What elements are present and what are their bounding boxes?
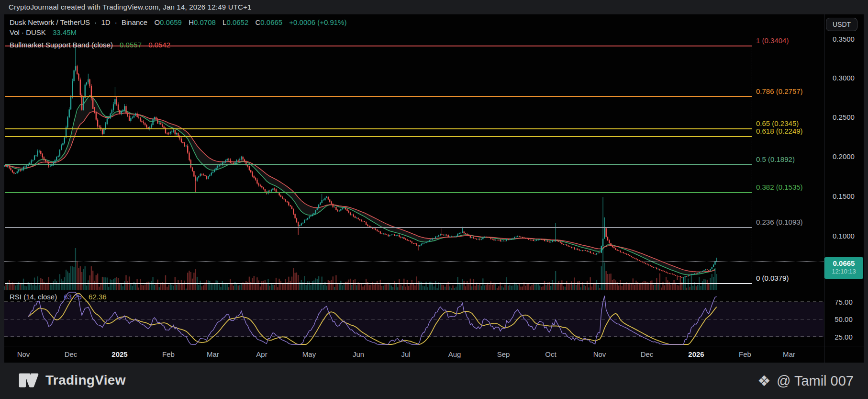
time-axis-border [4, 346, 864, 346]
time-axis-month-label: Dec [65, 349, 78, 360]
tradingview-wordmark: TradingView [45, 373, 126, 388]
price-axis-border [824, 14, 824, 363]
time-axis-month-label: Sep [497, 349, 510, 360]
legend-symbol-row[interactable]: Dusk Network / TetherUS · 1D · Binance O… [10, 17, 346, 27]
ohlc-close-label: C [255, 18, 260, 26]
bull-band [4, 95, 716, 275]
ohlc-high-label: H [189, 18, 194, 26]
fib-level-label: 0.618 (0.2249) [756, 127, 803, 135]
fib-level-label: 0.786 (0.2757) [756, 87, 803, 95]
rsi-value: 63.25 [64, 293, 82, 301]
author-credit-text: @ Tamil 007 [777, 373, 854, 389]
fib-level-line [5, 227, 752, 228]
author-credit: ❖ @ Tamil 007 [757, 372, 854, 390]
fib-level-label: 0.65 (0.2345) [756, 119, 799, 127]
tradingview-logo: TradingView [18, 371, 126, 390]
rsi-indicator-label[interactable]: RSI (14, close) [10, 293, 57, 301]
time-axis-month-label: Mar [207, 349, 219, 360]
currency-toggle-button[interactable]: USDT [826, 18, 857, 31]
time-axis-month-label: Feb [739, 349, 751, 360]
price-axis-label: 0.1000 [824, 232, 863, 240]
current-price-line [4, 261, 824, 262]
fib-level-label: 1 (0.3404) [756, 36, 789, 45]
time-axis-month-label: Aug [448, 349, 461, 360]
time-axis-month-label: Mar [783, 349, 795, 360]
volume-value: 33.45M [53, 28, 77, 36]
time-axis-year-label: 2025 [111, 349, 127, 360]
exchange-label: Binance [122, 18, 147, 26]
pane-divider[interactable] [4, 291, 864, 291]
fib-level-line [5, 128, 752, 129]
rsi-ma-value: 62.36 [89, 293, 107, 301]
fib-right-edge-dashed-line [752, 46, 752, 284]
ohlc-open-label: O [154, 18, 160, 26]
binance-diamond-icon: ❖ [757, 372, 771, 390]
rsi-pane-canvas[interactable] [4, 291, 824, 346]
tradingview-logo-icon [18, 371, 39, 390]
interval-label[interactable]: 1D [101, 18, 110, 26]
time-axis-month-label: Jun [353, 349, 364, 360]
chart-panel[interactable]: Dusk Network / TetherUS · 1D · Binance O… [4, 14, 864, 363]
volume-label: Vol · DUSK [10, 28, 46, 36]
price-axis-label: 25.00 [824, 333, 863, 341]
time-axis-year-label: 2026 [688, 349, 704, 360]
time-axis-month-label: May [302, 349, 316, 360]
fib-level-line [5, 164, 752, 165]
time-axis-month-label: Jul [401, 349, 410, 360]
legend-volume-row[interactable]: Vol · DUSK 33.45M [10, 27, 346, 37]
price-axis-label: 0.2000 [824, 152, 863, 160]
time-axis-month-label: Feb [162, 349, 175, 360]
band-indicator-label[interactable]: Bullmarket Support Band (close) [10, 41, 113, 49]
fib-level-label: 0.382 (0.1535) [756, 183, 803, 191]
fib-level-label: 0.236 (0.1093) [756, 218, 803, 226]
symbol-name[interactable]: Dusk Network / TetherUS [10, 18, 90, 26]
last-price-value: 0.0665 [824, 257, 863, 267]
fib-level-line [5, 136, 752, 137]
fib-level-line [5, 192, 752, 193]
ohlc-low-value: 0.0652 [226, 18, 248, 26]
ohlc-high-value: 0.0708 [194, 18, 216, 26]
ohlc-change-value: +0.0006 (+0.91%) [289, 18, 346, 26]
price-axis-label: 0.3500 [824, 35, 863, 43]
price-axis-label: 50.00 [824, 315, 863, 323]
fib-level-label: 0 (0.0379) [756, 274, 789, 282]
price-chart-canvas[interactable] [4, 14, 824, 291]
last-price-tag[interactable]: 0.0665 12:10:13 [824, 257, 863, 279]
price-axis-label: 0.2500 [824, 113, 863, 121]
bar-countdown: 12:10:13 [824, 268, 863, 275]
export-header-bar: CryptoJournaal created with TradingView.… [0, 0, 868, 14]
fib-level-label: 0.5 (0.1892) [756, 155, 795, 163]
export-header-title: CryptoJournaal created with TradingView.… [9, 3, 252, 11]
price-axis-label: 0.1500 [824, 192, 863, 200]
band-slow-value: 0.0542 [148, 41, 170, 49]
footer-bar: TradingView ❖ @ Tamil 007 [0, 363, 868, 399]
time-axis-month-label: Nov [17, 349, 30, 360]
ohlc-open-value: 0.0659 [160, 18, 182, 26]
time-axis-month-label: Nov [593, 349, 606, 360]
time-axis-month-label: Dec [641, 349, 654, 360]
fib-level-line [5, 96, 752, 97]
band-fast-value: 0.0557 [120, 41, 142, 49]
chart-legend[interactable]: Dusk Network / TetherUS · 1D · Binance O… [10, 17, 346, 50]
price-axis-label: 0.3000 [824, 74, 863, 82]
legend-band-row[interactable]: Bullmarket Support Band (close) 0.0557 0… [10, 40, 346, 50]
ohlc-close-value: 0.0665 [260, 18, 282, 26]
time-axis-month-label: Oct [545, 349, 556, 360]
price-axis-label: 75.00 [824, 298, 863, 306]
time-axis-month-label: Apr [256, 349, 267, 360]
rsi-legend[interactable]: RSI (14, close) 63.25 62.36 [10, 293, 107, 301]
fib-level-line [5, 283, 752, 284]
